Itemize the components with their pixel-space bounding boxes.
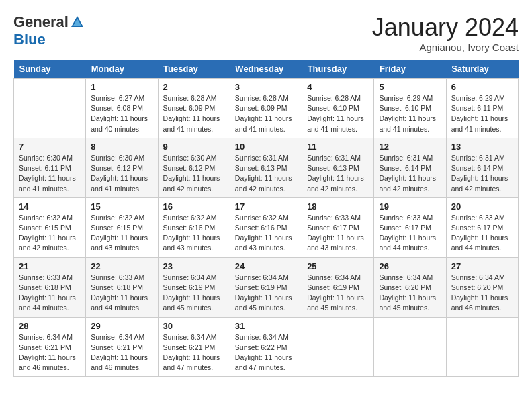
weekday-header-row: SundayMondayTuesdayWednesdayThursdayFrid… [14,60,519,79]
day-number: 15 [91,201,152,212]
calendar-cell: 23Sunrise: 6:34 AMSunset: 6:19 PMDayligh… [158,257,230,317]
cell-info: Sunrise: 6:29 AMSunset: 6:11 PMDaylight:… [451,93,513,134]
calendar-cell: 17Sunrise: 6:32 AMSunset: 6:16 PMDayligh… [230,197,302,257]
day-number: 20 [451,201,513,212]
day-number: 11 [307,142,369,152]
cell-info: Sunrise: 6:33 AMSunset: 6:17 PMDaylight:… [379,213,441,254]
cell-info: Sunrise: 6:30 AMSunset: 6:12 PMDaylight:… [163,153,225,194]
calendar-cell: 11Sunrise: 6:31 AMSunset: 6:13 PMDayligh… [302,138,374,197]
cell-info: Sunrise: 6:29 AMSunset: 6:10 PMDaylight:… [379,93,441,134]
calendar-cell: 12Sunrise: 6:31 AMSunset: 6:14 PMDayligh… [374,138,446,197]
day-number: 9 [163,142,225,152]
day-number: 30 [163,321,225,331]
calendar-cell: 26Sunrise: 6:34 AMSunset: 6:20 PMDayligh… [374,257,446,317]
weekday-header: Saturday [446,60,518,79]
calendar-cell: 28Sunrise: 6:34 AMSunset: 6:21 PMDayligh… [14,317,86,377]
day-number: 19 [379,201,441,212]
calendar-cell: 6Sunrise: 6:29 AMSunset: 6:11 PMDaylight… [446,79,518,138]
day-number: 13 [451,142,513,152]
page-header: General Blue January 2024 Agnianou, Ivor… [13,13,519,53]
calendar-cell: 27Sunrise: 6:34 AMSunset: 6:20 PMDayligh… [446,257,518,317]
cell-info: Sunrise: 6:30 AMSunset: 6:12 PMDaylight:… [91,153,152,194]
weekday-header: Wednesday [230,60,302,79]
calendar-week-row: 7Sunrise: 6:30 AMSunset: 6:11 PMDaylight… [14,138,519,197]
calendar-week-row: 14Sunrise: 6:32 AMSunset: 6:15 PMDayligh… [14,197,519,257]
cell-info: Sunrise: 6:34 AMSunset: 6:20 PMDaylight:… [379,273,441,314]
cell-info: Sunrise: 6:34 AMSunset: 6:19 PMDaylight:… [235,273,297,314]
logo: General Blue [13,13,85,48]
cell-info: Sunrise: 6:28 AMSunset: 6:10 PMDaylight:… [307,93,369,134]
day-number: 8 [91,142,152,152]
cell-info: Sunrise: 6:27 AMSunset: 6:08 PMDaylight:… [91,93,152,134]
calendar-cell: 22Sunrise: 6:33 AMSunset: 6:18 PMDayligh… [86,257,158,317]
calendar-cell: 2Sunrise: 6:28 AMSunset: 6:09 PMDaylight… [158,79,230,138]
cell-info: Sunrise: 6:34 AMSunset: 6:19 PMDaylight:… [163,273,225,314]
weekday-header: Monday [86,60,158,79]
day-number: 25 [307,261,369,271]
day-number: 29 [91,321,152,331]
calendar-cell: 20Sunrise: 6:33 AMSunset: 6:17 PMDayligh… [446,197,518,257]
cell-info: Sunrise: 6:34 AMSunset: 6:21 PMDaylight:… [163,332,225,373]
logo-icon [70,15,85,30]
day-number: 7 [19,142,81,152]
cell-info: Sunrise: 6:31 AMSunset: 6:14 PMDaylight:… [379,153,441,194]
weekday-header: Friday [374,60,446,79]
day-number: 28 [19,321,81,331]
day-number: 22 [91,261,152,271]
calendar-cell: 15Sunrise: 6:32 AMSunset: 6:15 PMDayligh… [86,197,158,257]
cell-info: Sunrise: 6:32 AMSunset: 6:16 PMDaylight:… [163,213,225,254]
calendar-table: SundayMondayTuesdayWednesdayThursdayFrid… [13,60,519,377]
cell-info: Sunrise: 6:32 AMSunset: 6:16 PMDaylight:… [235,213,297,254]
calendar-cell: 21Sunrise: 6:33 AMSunset: 6:18 PMDayligh… [14,257,86,317]
day-number: 3 [235,82,297,92]
cell-info: Sunrise: 6:34 AMSunset: 6:21 PMDaylight:… [91,332,152,373]
day-number: 12 [379,142,441,152]
calendar-cell: 25Sunrise: 6:34 AMSunset: 6:19 PMDayligh… [302,257,374,317]
calendar-cell: 4Sunrise: 6:28 AMSunset: 6:10 PMDaylight… [302,79,374,138]
cell-info: Sunrise: 6:31 AMSunset: 6:14 PMDaylight:… [451,153,513,194]
calendar-cell: 9Sunrise: 6:30 AMSunset: 6:12 PMDaylight… [158,138,230,197]
day-number: 18 [307,201,369,212]
calendar-cell: 29Sunrise: 6:34 AMSunset: 6:21 PMDayligh… [86,317,158,377]
day-number: 16 [163,201,225,212]
calendar-week-row: 21Sunrise: 6:33 AMSunset: 6:18 PMDayligh… [14,257,519,317]
cell-info: Sunrise: 6:34 AMSunset: 6:22 PMDaylight:… [235,332,297,373]
day-number: 14 [19,201,81,212]
weekday-header: Sunday [14,60,86,79]
calendar-cell [14,79,86,138]
cell-info: Sunrise: 6:32 AMSunset: 6:15 PMDaylight:… [19,213,81,254]
cell-info: Sunrise: 6:28 AMSunset: 6:09 PMDaylight:… [235,93,297,134]
calendar-cell: 10Sunrise: 6:31 AMSunset: 6:13 PMDayligh… [230,138,302,197]
weekday-header: Tuesday [158,60,230,79]
day-number: 10 [235,142,297,152]
calendar-cell: 5Sunrise: 6:29 AMSunset: 6:10 PMDaylight… [374,79,446,138]
day-number: 26 [379,261,441,271]
calendar-cell [302,317,374,377]
day-number: 21 [19,261,81,271]
location-subtitle: Agnianou, Ivory Coast [372,42,519,53]
logo-blue-text: Blue [13,31,46,48]
weekday-header: Thursday [302,60,374,79]
cell-info: Sunrise: 6:28 AMSunset: 6:09 PMDaylight:… [163,93,225,134]
cell-info: Sunrise: 6:34 AMSunset: 6:21 PMDaylight:… [19,332,81,373]
day-number: 31 [235,321,297,331]
calendar-cell: 16Sunrise: 6:32 AMSunset: 6:16 PMDayligh… [158,197,230,257]
calendar-cell: 1Sunrise: 6:27 AMSunset: 6:08 PMDaylight… [86,79,158,138]
calendar-cell: 30Sunrise: 6:34 AMSunset: 6:21 PMDayligh… [158,317,230,377]
cell-info: Sunrise: 6:31 AMSunset: 6:13 PMDaylight:… [307,153,369,194]
cell-info: Sunrise: 6:31 AMSunset: 6:13 PMDaylight:… [235,153,297,194]
day-number: 17 [235,201,297,212]
cell-info: Sunrise: 6:30 AMSunset: 6:11 PMDaylight:… [19,153,81,194]
calendar-cell: 31Sunrise: 6:34 AMSunset: 6:22 PMDayligh… [230,317,302,377]
day-number: 23 [163,261,225,271]
calendar-cell: 18Sunrise: 6:33 AMSunset: 6:17 PMDayligh… [302,197,374,257]
calendar-cell: 8Sunrise: 6:30 AMSunset: 6:12 PMDaylight… [86,138,158,197]
title-block: January 2024 Agnianou, Ivory Coast [372,13,519,53]
month-title: January 2024 [372,13,519,42]
calendar-cell: 3Sunrise: 6:28 AMSunset: 6:09 PMDaylight… [230,79,302,138]
calendar-cell: 14Sunrise: 6:32 AMSunset: 6:15 PMDayligh… [14,197,86,257]
day-number: 2 [163,82,225,92]
day-number: 1 [91,82,152,92]
cell-info: Sunrise: 6:33 AMSunset: 6:18 PMDaylight:… [91,273,152,314]
cell-info: Sunrise: 6:34 AMSunset: 6:19 PMDaylight:… [307,273,369,314]
